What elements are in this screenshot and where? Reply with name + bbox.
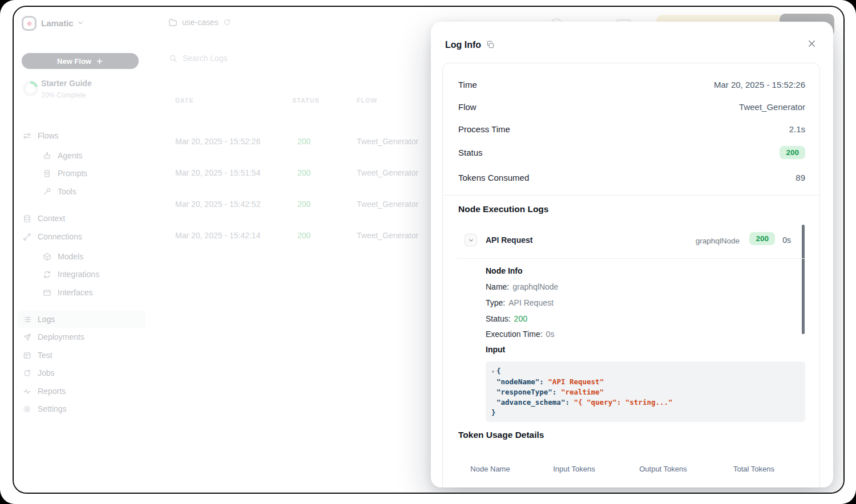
tokens-consumed-value: 89 <box>796 173 805 182</box>
modal-scrollbar[interactable] <box>802 225 805 334</box>
code-key: "responeType": <box>496 388 556 396</box>
app-window: Lamatic New Flow Starter Guide 20% Compl… <box>13 6 845 494</box>
code-close-brace: } <box>491 408 496 417</box>
time-value: Mar 20, 2025 - 15:52:26 <box>714 80 805 90</box>
node-name-value: graphqlNode <box>512 282 558 291</box>
node-status-label: Status: <box>486 314 511 323</box>
node-info-heading: Node Info <box>486 266 523 275</box>
node-entry-id: graphqlNode <box>696 237 740 245</box>
flow-label: Flow <box>458 102 477 112</box>
usage-column-output-tokens[interactable]: Output Tokens <box>639 465 687 473</box>
node-type-value: API Request <box>508 298 554 307</box>
code-value: "realtime" <box>561 388 604 396</box>
node-entry-status-badge: 200 <box>749 232 775 245</box>
close-icon[interactable] <box>807 39 816 48</box>
log-detail-card: Time Mar 20, 2025 - 15:52:26 Flow Tweet_… <box>442 63 820 487</box>
tokens-consumed-label: Tokens Consumed <box>458 173 529 182</box>
code-key: "nodeName": <box>496 377 544 386</box>
node-name-label: Name: <box>486 282 509 291</box>
usage-column-input-tokens[interactable]: Input Tokens <box>553 465 595 473</box>
execution-time-label: Execution Time: <box>486 330 543 339</box>
node-status-value: 200 <box>514 314 527 323</box>
code-key: "advance_schema": <box>496 398 570 407</box>
divider <box>443 195 819 196</box>
node-type-label: Type: <box>486 298 505 307</box>
code-value: "API Request" <box>548 377 604 386</box>
token-usage-heading: Token Usage Details <box>458 430 544 440</box>
flow-value: Tweet_Generator <box>739 102 805 112</box>
time-label: Time <box>458 80 477 90</box>
input-heading: Input <box>486 345 505 354</box>
code-fold-chevron[interactable]: ▾ <box>491 368 495 375</box>
modal-title: Log Info <box>445 40 481 50</box>
status-badge: 200 <box>780 146 805 159</box>
usage-column-total-tokens[interactable]: Total Tokens <box>733 465 774 473</box>
node-entry-duration: 0s <box>782 235 791 245</box>
process-time-label: Process Time <box>458 124 510 134</box>
divider <box>457 258 805 259</box>
input-json-code-block[interactable]: ▾{ "nodeName": "API Request" "responeTyp… <box>486 361 805 422</box>
node-execution-logs-heading: Node Execution Logs <box>458 204 548 214</box>
code-open-brace: { <box>496 367 501 375</box>
screenshot-canvas: Lamatic New Flow Starter Guide 20% Compl… <box>0 0 856 504</box>
log-info-modal: Log Info Time Mar 20, 2025 - 15:52:26 Fl… <box>431 22 833 487</box>
usage-column-node-name[interactable]: Node Name <box>470 465 510 473</box>
expand-node-chevron-button[interactable] <box>465 234 477 246</box>
copy-icon[interactable] <box>486 40 495 49</box>
code-value: "{ "query": "string..." <box>574 398 672 407</box>
status-label: Status <box>458 148 483 157</box>
node-entry-name[interactable]: API Request <box>486 235 532 245</box>
execution-time-value: 0s <box>546 330 555 339</box>
process-time-value: 2.1s <box>789 124 805 134</box>
